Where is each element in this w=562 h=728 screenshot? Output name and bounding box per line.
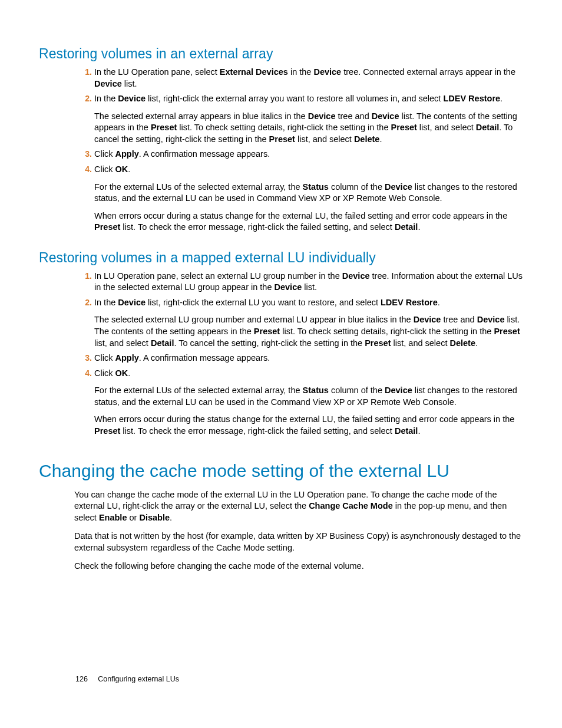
step-text: Click Apply. A confirmation message appe… xyxy=(94,353,270,363)
step-text: In the LU Operation pane, select Externa… xyxy=(94,67,515,88)
body-paragraph: Check the following before changing the … xyxy=(74,561,523,572)
step-text: Click OK. xyxy=(94,164,130,174)
page-number: 126 xyxy=(75,675,88,683)
step-number: 4. xyxy=(78,164,92,175)
step-number: 4. xyxy=(78,368,92,379)
heading-restoring-mapped-lu: Restoring volumes in a mapped external L… xyxy=(39,250,523,266)
step-number: 3. xyxy=(78,353,92,364)
step-followup: The selected external array appears in b… xyxy=(94,111,523,146)
step-followup: The selected external LU group number an… xyxy=(94,314,523,349)
heading-restoring-external-array: Restoring volumes in an external array xyxy=(39,46,523,62)
step-text: In the Device list, right-click the exte… xyxy=(94,298,440,307)
step-number: 3. xyxy=(78,149,92,160)
body-paragraph: Data that is not written by the host (fo… xyxy=(74,531,523,554)
step-item: 3. Click Apply. A confirmation message a… xyxy=(94,149,523,160)
step-number: 2. xyxy=(78,93,92,104)
page-footer: 126 Configuring external LUs xyxy=(75,675,179,683)
step-item: 3. Click Apply. A confirmation message a… xyxy=(94,353,523,364)
step-number: 2. xyxy=(78,297,92,308)
step-item: 1. In the LU Operation pane, select Exte… xyxy=(94,67,523,90)
step-text: Click Apply. A confirmation message appe… xyxy=(94,149,270,159)
step-item: 1. In LU Operation pane, select an exter… xyxy=(94,271,523,294)
step-followup: For the external LUs of the selected ext… xyxy=(94,385,523,408)
heading-changing-cache-mode: Changing the cache mode setting of the e… xyxy=(39,461,523,481)
steps-list-2: 1. In LU Operation pane, select an exter… xyxy=(74,271,523,437)
step-item: 4. Click OK. For the external LUs of the… xyxy=(94,368,523,437)
step-followup: When errors occur during the status chan… xyxy=(94,414,523,437)
step-number: 1. xyxy=(78,67,92,78)
step-text: Click OK. xyxy=(94,368,130,378)
step-followup: For the external LUs of the selected ext… xyxy=(94,182,523,205)
chapter-title: Configuring external LUs xyxy=(98,675,179,683)
step-text: In the Device list, right-click the exte… xyxy=(94,94,503,103)
step-item: 2. In the Device list, right-click the e… xyxy=(94,297,523,349)
document-page: Restoring volumes in an external array 1… xyxy=(0,0,562,728)
body-paragraph: You can change the cache mode of the ext… xyxy=(74,489,523,524)
step-text: In LU Operation pane, select an external… xyxy=(94,271,523,292)
steps-list-1: 1. In the LU Operation pane, select Exte… xyxy=(74,67,523,233)
step-number: 1. xyxy=(78,271,92,282)
step-followup: When errors occur during a status change… xyxy=(94,210,523,233)
step-item: 2. In the Device list, right-click the e… xyxy=(94,93,523,145)
step-item: 4. Click OK. For the external LUs of the… xyxy=(94,164,523,233)
